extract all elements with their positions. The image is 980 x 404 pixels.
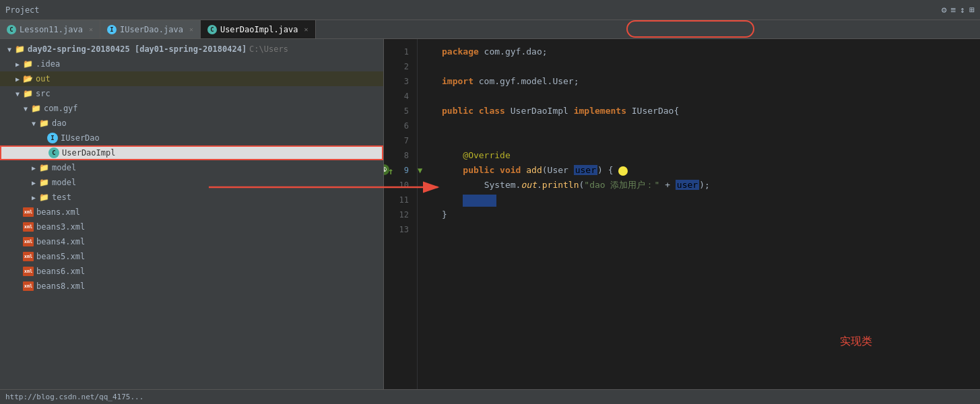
src-label: src <box>36 89 51 98</box>
line-num-2: 2 <box>384 59 409 74</box>
tab-bar: C Lesson11.java ✕ I IUserDao.java ✕ C Us… <box>0 20 980 39</box>
spacer-beans5 <box>13 253 22 261</box>
tab-icon-i: I <box>107 25 117 34</box>
chevron-root: ▼ <box>5 46 13 53</box>
code-line-5: public class UserDaoImpl implements IUse… <box>442 104 969 119</box>
tree-beans-xml[interactable]: xml beans.xml <box>0 205 383 220</box>
tree-root[interactable]: ▼ 📁 day02-spring-20180425 [day01-spring-… <box>0 42 383 57</box>
root-path: C:\Users <box>249 44 288 54</box>
layout-icon[interactable]: ↕ <box>960 5 965 15</box>
beans5-xml-icon: xml <box>23 252 34 261</box>
line-num-1: 1 <box>384 44 409 59</box>
chinese-annotation: 实现类 <box>840 335 872 349</box>
code-line-3: import com.gyf.model.User; <box>442 74 969 89</box>
tab-label-lesson11: Lesson11.java <box>20 25 83 34</box>
code-area: 1 2 3 4 5 6 7 8 9 ① ↑ 10 11 12 13 <box>384 39 980 389</box>
tree-idea[interactable]: ▶ 📁 .idea <box>0 57 383 71</box>
settings-icon[interactable]: ⚙ <box>942 5 947 15</box>
main-area: ▼ 📁 day02-spring-20180425 [day01-spring-… <box>0 39 980 389</box>
tree-test[interactable]: ▶ 📁 test <box>0 190 383 205</box>
chevron-idea: ▶ <box>13 61 22 68</box>
root-label: day02-spring-20180425 [day01-spring-2018… <box>28 44 247 54</box>
userdaoimpl-icon: C <box>48 147 59 158</box>
tree-beans8-xml[interactable]: xml beans8.xml <box>0 279 383 294</box>
beans4-xml-label: beans4.xml <box>36 237 85 246</box>
iuserdao-icon: I <box>47 133 58 143</box>
tab-label-iuserdao: IUserDao.java <box>120 25 183 34</box>
tree-beans6-xml[interactable]: xml beans6.xml <box>0 264 383 279</box>
code-line-4 <box>442 89 969 104</box>
file-tree: ▼ 📁 day02-spring-20180425 [day01-spring-… <box>0 39 383 389</box>
line-num-8: 8 <box>384 148 409 163</box>
tab-icon-c-active: C <box>207 25 217 34</box>
beans4-xml-icon: xml <box>23 237 34 246</box>
line-num-13: 13 <box>384 222 409 237</box>
code-line-11 <box>442 193 969 207</box>
bottom-url: http://blog.csdn.net/qq_4175... <box>5 393 143 401</box>
code-line-8: @Override <box>442 148 969 163</box>
tree-beans5-xml[interactable]: xml beans5.xml <box>0 249 383 264</box>
sidebar: ▼ 📁 day02-spring-20180425 [day01-spring-… <box>0 39 384 389</box>
tree-model[interactable]: ▶ 📁 model <box>0 160 383 175</box>
tab-userdaoimpl[interactable]: C UserDaoImpl.java ✕ <box>201 20 316 38</box>
beans5-xml-label: beans5.xml <box>36 252 85 261</box>
beans3-xml-icon: xml <box>23 222 34 232</box>
spacer-beans3 <box>13 224 22 231</box>
idea-label: .idea <box>36 59 60 69</box>
tree-beans3-xml[interactable]: xml beans3.xml <box>0 220 383 234</box>
top-bar: Project ⚙ ≡ ↕ ⊞ <box>0 0 980 20</box>
comgyf-label: com.gyf <box>44 104 78 113</box>
tab-lesson11[interactable]: C Lesson11.java ✕ <box>0 20 100 38</box>
menu-icon[interactable]: ≡ <box>951 5 956 15</box>
chevron-userdaoimpl-spacer <box>39 149 47 157</box>
line-num-4: 4 <box>384 89 409 104</box>
iuserdao-label: IUserDao <box>61 133 100 143</box>
test-label: test <box>52 193 71 202</box>
project-panel-title: Project <box>5 5 40 15</box>
beans8-xml-label: beans8.xml <box>36 281 85 291</box>
tree-src[interactable]: ▼ 📁 src <box>0 86 383 101</box>
spacer-beans4 <box>13 238 22 246</box>
beans8-xml-icon: xml <box>23 281 34 291</box>
cursor-dot <box>618 166 628 176</box>
spacer-beans <box>13 209 22 216</box>
line-numbers: 1 2 3 4 5 6 7 8 9 ① ↑ 10 11 12 13 <box>384 39 418 389</box>
code-lines[interactable]: package com.gyf.dao; import com.gyf.mode… <box>431 39 980 389</box>
chevron-comgyf: ▼ <box>22 105 30 112</box>
tab-close-lesson11[interactable]: ✕ <box>89 26 93 33</box>
code-line-1: package com.gyf.dao; <box>442 44 969 59</box>
top-bar-icons: ⚙ ≡ ↕ ⊞ <box>942 5 975 15</box>
service-label: model <box>52 178 76 187</box>
tree-service[interactable]: ▶ 📁 model <box>0 175 383 190</box>
tree-iuserdao[interactable]: I IUserDao <box>0 131 383 145</box>
line-num-3: 3 <box>384 74 409 89</box>
code-line-6 <box>442 119 969 133</box>
out-label: out <box>36 74 51 83</box>
gutter-area: ▼ <box>418 39 431 389</box>
tree-beans4-xml[interactable]: xml beans4.xml <box>0 234 383 249</box>
chevron-iuserdao-spacer <box>38 135 46 142</box>
spacer-beans6 <box>13 268 22 275</box>
grid-icon[interactable]: ⊞ <box>969 5 975 15</box>
line-num-5: 5 <box>384 104 409 119</box>
tree-userdaoimpl[interactable]: C UserDaoImpl <box>0 145 383 160</box>
tab-close-userdaoimpl[interactable]: ✕ <box>304 26 308 33</box>
line-num-10: 10 <box>384 178 409 193</box>
line-num-6: 6 <box>384 119 409 133</box>
tab-close-iuserdao[interactable]: ✕ <box>189 26 193 33</box>
tab-label-userdaoimpl: UserDaoImpl.java <box>220 25 298 34</box>
code-line-12: } <box>442 207 969 222</box>
beans6-xml-icon: xml <box>23 267 34 276</box>
tree-out[interactable]: ▶ 📂 out <box>0 71 383 86</box>
tab-iuserdao[interactable]: I IUserDao.java ✕ <box>100 20 201 38</box>
code-editor: 1 2 3 4 5 6 7 8 9 ① ↑ 10 11 12 13 <box>384 39 980 389</box>
tree-dao[interactable]: ▼ 📁 dao <box>0 116 383 131</box>
beans6-xml-label: beans6.xml <box>36 267 85 276</box>
line-num-7: 7 <box>384 133 409 148</box>
tab-icon-c: C <box>7 25 16 34</box>
tree-comgyf[interactable]: ▼ 📁 com.gyf <box>0 101 383 116</box>
line-num-12: 12 <box>384 207 409 222</box>
chevron-model: ▶ <box>30 164 38 172</box>
line-num-9: 9 ① ↑ <box>384 163 409 178</box>
beans-xml-label: beans.xml <box>36 207 80 217</box>
